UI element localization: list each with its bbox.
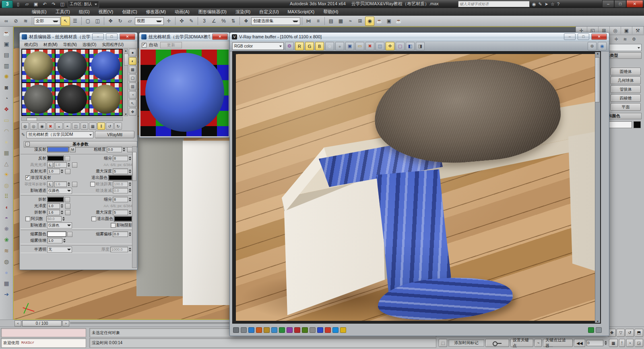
category-systems-icon[interactable]: ⚙: [630, 36, 638, 43]
maximize-viewport-icon[interactable]: ⬒: [635, 329, 643, 337]
scene-explorer-icon[interactable]: ◫: [59, 1, 66, 7]
fresnel-ior-map-box[interactable]: [72, 182, 77, 187]
diffuse-map-button[interactable]: M: [70, 147, 76, 152]
hilight-lock-button[interactable]: L: [47, 162, 53, 168]
region-render-icon[interactable]: ▢: [396, 42, 405, 50]
percent-snap-icon[interactable]: %: [219, 17, 228, 26]
isolate-selection-icon[interactable]: ⬚: [439, 339, 447, 347]
calculator-icon[interactable]: ▦: [1, 278, 12, 289]
vfb-lut-icon[interactable]: [310, 327, 316, 333]
fur-tool-icon[interactable]: ≋: [1, 245, 12, 256]
select-and-move-icon[interactable]: ✥: [106, 17, 115, 26]
show-channels-icon[interactable]: ❂: [285, 42, 294, 50]
channel-dropdown[interactable]: RGB color: [232, 42, 284, 50]
vfb-background-icon[interactable]: [302, 327, 308, 333]
compare-vertical-icon[interactable]: ◨: [416, 42, 425, 50]
menu-options[interactable]: 选项(O): [80, 42, 99, 48]
go-forward-to-sibling-icon[interactable]: ↻: [114, 123, 122, 130]
category-space-warps-icon[interactable]: ≋: [621, 36, 629, 43]
menu-modifiers[interactable]: 修改器(M): [142, 8, 171, 16]
align-icon[interactable]: ≡: [314, 17, 323, 26]
frame-spinner[interactable]: [605, 340, 608, 346]
menu-utilities[interactable]: 实用程序(U): [99, 42, 126, 48]
make-unique-icon[interactable]: ◓: [64, 123, 71, 130]
menu-graph-editors[interactable]: 图形编辑器(D): [194, 8, 231, 16]
plane-object-icon[interactable]: ▭: [1, 114, 12, 125]
save-image-icon[interactable]: ▣: [345, 42, 354, 50]
menu-modes[interactable]: 模式(D): [21, 42, 41, 48]
pebble-object-icon[interactable]: ◓: [1, 212, 12, 223]
layer-manager-icon[interactable]: ▤: [326, 17, 336, 26]
rock-object-icon[interactable]: ❋: [1, 223, 12, 234]
menu-material[interactable]: 材质(M): [41, 42, 60, 48]
vfb-curves-icon[interactable]: [317, 327, 323, 333]
search-input[interactable]: [458, 1, 530, 7]
material-map-navigator-icon[interactable]: ❖: [129, 108, 136, 116]
key-mode-toggle-icon[interactable]: ▦: [609, 339, 617, 347]
rendered-frame-icon[interactable]: ▣: [384, 17, 394, 26]
make-material-copy-icon[interactable]: ◒: [55, 123, 63, 130]
vfb-icc-icon[interactable]: [325, 327, 331, 333]
plane-button[interactable]: 平面: [611, 103, 641, 111]
fresnel-ior-field[interactable]: 1.6: [54, 181, 67, 187]
render-production-icon[interactable]: ☕: [394, 17, 403, 26]
save-file-icon[interactable]: ▣: [32, 1, 39, 7]
previous-key-button[interactable]: ◀◀: [574, 339, 585, 347]
spinner-snap-icon[interactable]: ⇅: [229, 17, 238, 26]
load-image-icon[interactable]: ▭: [355, 42, 364, 50]
redo-icon[interactable]: ↷: [50, 1, 57, 7]
select-object-icon[interactable]: ↖: [61, 17, 70, 26]
menu-help[interactable]: 帮助(H): [319, 8, 343, 16]
refract-exit-color-swatch[interactable]: [114, 216, 132, 222]
ground-pad-icon[interactable]: ◍: [1, 180, 12, 191]
projector-icon[interactable]: ◔: [1, 93, 12, 104]
material-type-button[interactable]: VRayMtl: [95, 131, 134, 138]
export-tool-icon[interactable]: ➔: [1, 289, 12, 299]
toggle-set-key-button[interactable]: [485, 339, 509, 347]
sun-light-icon[interactable]: ☀: [1, 169, 12, 180]
fresnel-ior-spinner[interactable]: [68, 181, 71, 187]
clear-image-icon[interactable]: ✖: [365, 42, 374, 50]
backlight-icon[interactable]: ◐: [129, 57, 136, 65]
red-channel-button[interactable]: R: [295, 42, 304, 50]
dome-object-icon[interactable]: ◠: [1, 125, 12, 136]
close-button[interactable]: ✕: [120, 33, 135, 40]
fog-multiplier-spinner[interactable]: [63, 238, 67, 243]
vray-scrollbar-thumb[interactable]: [595, 57, 600, 102]
select-and-scale-icon[interactable]: ▱: [125, 17, 134, 26]
menu-customize[interactable]: 自定义(U): [255, 8, 283, 16]
unlink-selection-icon[interactable]: ⊘: [11, 17, 21, 26]
vfb-color-balance-icon[interactable]: [294, 327, 300, 333]
sample-slot[interactable]: [22, 83, 55, 116]
menu-maxscript[interactable]: MAXScript(X): [283, 8, 319, 16]
menu-create[interactable]: 创建(C): [118, 8, 141, 16]
annotate-icon[interactable]: ✎: [539, 2, 542, 7]
maxscript-mini-listener[interactable]: [1, 328, 86, 337]
glossiness-spinner[interactable]: [61, 203, 64, 209]
parameters-scrollbar-thumb[interactable]: [132, 152, 136, 181]
menu-animation[interactable]: 动画(A): [170, 8, 194, 16]
light-lister-icon[interactable]: ✺: [1, 71, 12, 82]
dim-distance-field[interactable]: 100.0: [113, 181, 128, 187]
hilight-spinner[interactable]: [68, 162, 71, 168]
search-icon[interactable]: ◉: [532, 2, 536, 7]
vfb-exposure-icon[interactable]: [271, 327, 277, 333]
camera-icon[interactable]: ◙: [1, 82, 12, 93]
menu-group[interactable]: 组(G): [74, 8, 94, 16]
tab-motion[interactable]: ◎: [610, 27, 621, 34]
reset-map-icon[interactable]: ✖: [47, 123, 54, 130]
vray-titlebar[interactable]: V V-Ray frame buffer - [100% of 1100 x 8…: [230, 33, 609, 41]
put-to-library-icon[interactable]: ◫: [72, 123, 80, 130]
refract-color-swatch[interactable]: [47, 197, 64, 202]
pyramid-button[interactable]: 四棱锥: [611, 94, 641, 102]
abbe-field[interactable]: 50.0: [46, 216, 62, 222]
menu-views[interactable]: 视图(V): [94, 8, 118, 16]
field-of-view-icon[interactable]: ▽: [617, 329, 625, 337]
fresnel-reflections-checkbox[interactable]: [25, 175, 30, 180]
pick-material-eyedropper-icon[interactable]: ✎: [21, 132, 25, 137]
bind-to-space-warp-icon[interactable]: ≋: [21, 17, 30, 26]
tab-display[interactable]: ▣: [621, 27, 632, 34]
thickness-field[interactable]: 1000.0: [110, 247, 128, 252]
update-button[interactable]: 更新: [160, 42, 182, 48]
compare-horizontal-icon[interactable]: ◧: [406, 42, 415, 50]
